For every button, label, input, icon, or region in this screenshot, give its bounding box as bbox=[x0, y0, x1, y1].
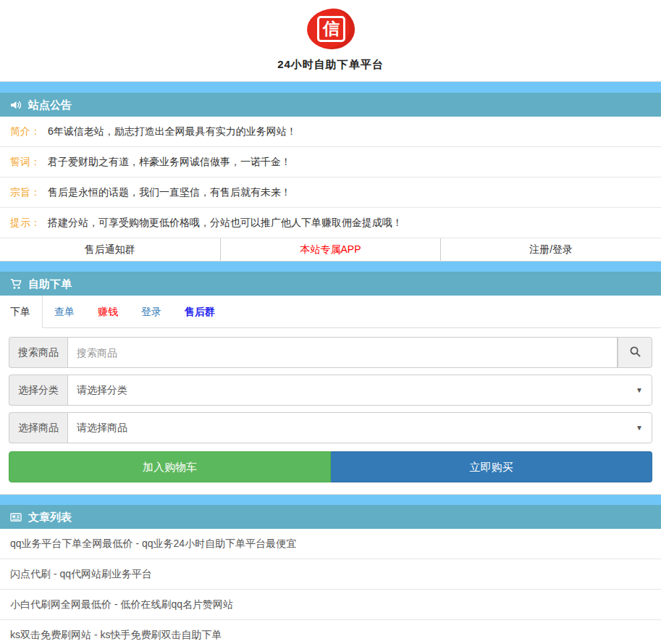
search-row: 搜索商品 bbox=[9, 337, 652, 368]
articles-title: 文章列表 bbox=[28, 510, 72, 524]
order-title: 自助下单 bbox=[28, 277, 72, 290]
announcement-row: 提示：搭建分站，可享受购物更低价格哦，分站也可以推广他人下单赚取佣金提成哦！ bbox=[0, 208, 661, 238]
order-panel: 自助下单 下单 查单 赚钱 登录 售后群 搜索商品 选择分类 请选择分类 bbox=[0, 272, 661, 495]
article-link[interactable]: 小白代刷网全网最低价 - 低价在线刷qq名片赞网站 bbox=[0, 590, 661, 620]
buy-now-button[interactable]: 立即购买 bbox=[331, 451, 652, 482]
tab-login[interactable]: 登录 bbox=[130, 296, 173, 327]
order-form: 搜索商品 选择分类 请选择分类 ▼ 选择商品 请选择商品 bbox=[0, 328, 661, 494]
announcement-label: 提示： bbox=[10, 217, 41, 228]
order-tabs: 下单 查单 赚钱 登录 售后群 bbox=[0, 296, 661, 328]
announcement-text: 售后是永恒的话题，我们一直坚信，有售后就有未来！ bbox=[48, 186, 291, 198]
register-login-link[interactable]: 注册/登录 bbox=[440, 238, 661, 261]
product-label: 选择商品 bbox=[9, 412, 67, 443]
aftersale-group-link[interactable]: 售后通知群 bbox=[0, 238, 220, 261]
search-label: 搜索商品 bbox=[9, 337, 67, 368]
category-label: 选择分类 bbox=[9, 375, 67, 406]
site-header: 信 24小时自助下单平台 bbox=[0, 0, 661, 82]
order-heading: 自助下单 bbox=[0, 272, 661, 296]
category-row: 选择分类 请选择分类 ▼ bbox=[9, 375, 652, 406]
tab-order[interactable]: 下单 bbox=[0, 296, 43, 328]
newspaper-icon bbox=[10, 511, 22, 523]
tab-earn-money[interactable]: 赚钱 bbox=[86, 296, 130, 327]
article-link[interactable]: qq业务平台下单全网最低价 - qq业务24小时自助下单平台最便宜 bbox=[0, 529, 661, 559]
article-link[interactable]: 闪点代刷 - qq代网站刷业务平台 bbox=[0, 559, 661, 590]
search-icon bbox=[629, 346, 641, 360]
announcement-text: 6年诚信老站，励志打造出全网最具有实力的业务网站！ bbox=[48, 125, 297, 137]
category-select[interactable]: 请选择分类 ▼ bbox=[67, 375, 652, 406]
announcement-label: 誓词： bbox=[10, 156, 41, 167]
site-app-link[interactable]: 本站专属APP bbox=[220, 238, 441, 261]
product-row: 选择商品 请选择商品 ▼ bbox=[9, 412, 652, 443]
site-logo[interactable]: 信 bbox=[306, 7, 355, 50]
announcement-label: 宗旨： bbox=[10, 186, 41, 198]
site-title: 24小时自助下单平台 bbox=[0, 58, 661, 72]
announcement-row: 宗旨：售后是永恒的话题，我们一直坚信，有售后就有未来！ bbox=[0, 177, 661, 208]
announcement-panel: 站点公告 简介：6年诚信老站，励志打造出全网最具有实力的业务网站！ 誓词：君子爱… bbox=[0, 93, 661, 262]
product-select-value: 请选择商品 bbox=[77, 422, 127, 435]
speaker-icon bbox=[10, 99, 22, 111]
articles-heading: 文章列表 bbox=[0, 505, 661, 529]
announcement-text: 君子爱财助之有道，梓豪业务网诚信做事，一诺千金！ bbox=[48, 156, 291, 167]
logo-seal-character: 信 bbox=[316, 16, 345, 42]
search-button[interactable] bbox=[618, 337, 652, 368]
announcement-row: 简介：6年诚信老站，励志打造出全网最具有实力的业务网站！ bbox=[0, 117, 661, 147]
articles-panel: 文章列表 qq业务平台下单全网最低价 - qq业务24小时自助下单平台最便宜 闪… bbox=[0, 505, 661, 644]
announcement-text: 搭建分站，可享受购物更低价格哦，分站也可以推广他人下单赚取佣金提成哦！ bbox=[48, 217, 403, 228]
add-to-cart-button[interactable]: 加入购物车 bbox=[9, 451, 331, 482]
announcement-label: 简介： bbox=[10, 125, 41, 137]
product-select[interactable]: 请选择商品 ▼ bbox=[67, 412, 652, 443]
chevron-down-icon: ▼ bbox=[636, 386, 643, 394]
tab-aftersale-group[interactable]: 售后群 bbox=[173, 296, 227, 327]
announcement-title: 站点公告 bbox=[28, 98, 72, 112]
article-link[interactable]: ks双击免费刷网站 - ks快手免费刷双击自助下单 bbox=[0, 620, 661, 644]
tab-check-order[interactable]: 查单 bbox=[43, 296, 86, 327]
chevron-down-icon: ▼ bbox=[636, 424, 643, 432]
announcement-heading: 站点公告 bbox=[0, 93, 661, 117]
action-buttons-row: 加入购物车 立即购买 bbox=[9, 451, 652, 482]
cart-icon bbox=[10, 278, 22, 290]
category-select-value: 请选择分类 bbox=[77, 384, 127, 397]
announcement-row: 誓词：君子爱财助之有道，梓豪业务网诚信做事，一诺千金！ bbox=[0, 147, 661, 177]
quick-links-row: 售后通知群 本站专属APP 注册/登录 bbox=[0, 238, 661, 261]
search-input[interactable] bbox=[67, 337, 618, 368]
